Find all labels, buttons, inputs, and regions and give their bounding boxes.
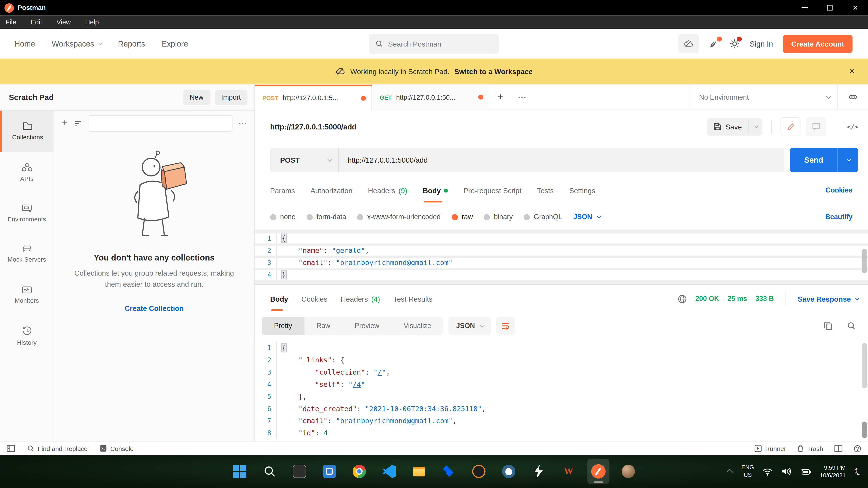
view-preview[interactable]: Preview bbox=[342, 317, 392, 334]
windows-app-icon[interactable] bbox=[323, 465, 336, 478]
language-indicator[interactable]: ENG US bbox=[741, 464, 754, 479]
postman-taskbar-icon[interactable] bbox=[587, 459, 610, 484]
wifi-icon[interactable] bbox=[762, 467, 773, 476]
cookies-link[interactable]: Cookies bbox=[826, 186, 852, 194]
tab-authorization[interactable]: Authorization bbox=[310, 186, 352, 195]
chrome-icon[interactable] bbox=[352, 465, 366, 478]
edit-documentation-button[interactable] bbox=[780, 117, 800, 136]
menu-edit[interactable]: Edit bbox=[31, 18, 42, 26]
tab-body[interactable]: Body bbox=[423, 186, 448, 195]
send-options-button[interactable] bbox=[837, 148, 858, 172]
beautify-link[interactable]: Beautify bbox=[825, 213, 852, 221]
tray-expand-icon[interactable] bbox=[727, 469, 733, 475]
sidebar-item-monitors[interactable]: Monitors bbox=[0, 274, 54, 315]
code-line[interactable]: 4} bbox=[255, 270, 868, 280]
tab-headers[interactable]: Headers(9) bbox=[368, 186, 407, 195]
tab-pre-request-script[interactable]: Pre-request Script bbox=[463, 186, 522, 195]
dark-orange-ring-app-icon[interactable] bbox=[472, 465, 486, 478]
collection-filter-input[interactable] bbox=[89, 115, 232, 131]
tab-test-results[interactable]: Test Results bbox=[393, 295, 432, 303]
view-visualize[interactable]: Visualize bbox=[392, 317, 443, 334]
lightning-app-icon[interactable] bbox=[532, 465, 545, 478]
create-collection-link[interactable]: Create Collection bbox=[125, 304, 184, 313]
file-explorer-icon[interactable] bbox=[412, 465, 426, 478]
menu-help[interactable]: Help bbox=[85, 18, 99, 26]
url-input[interactable]: http://127.0.0.1:5000/add bbox=[339, 148, 784, 172]
mode-raw[interactable]: raw bbox=[452, 213, 473, 221]
mode-graphql[interactable]: GraphQL bbox=[524, 213, 562, 221]
console-button[interactable]: Console bbox=[100, 445, 133, 452]
import-button[interactable]: Import bbox=[215, 90, 248, 105]
new-tab-button[interactable]: + bbox=[489, 85, 512, 110]
view-raw[interactable]: Raw bbox=[304, 317, 342, 334]
code-line[interactable]: 3 "collection": "/", bbox=[255, 366, 868, 379]
maximize-button[interactable] bbox=[817, 0, 843, 15]
mode-binary[interactable]: binary bbox=[484, 213, 513, 221]
minimize-button[interactable] bbox=[792, 0, 817, 15]
scrollbar-thumb[interactable] bbox=[862, 343, 867, 388]
search-response-icon[interactable] bbox=[847, 321, 856, 330]
terminal-app-icon[interactable] bbox=[293, 465, 306, 478]
save-button[interactable]: Save bbox=[707, 118, 763, 135]
save-options-button[interactable] bbox=[748, 121, 762, 133]
new-button[interactable]: New bbox=[183, 90, 210, 105]
request-body-editor[interactable]: 1{2 "name": "gerald",3 "email": "brainbo… bbox=[255, 230, 868, 285]
search-input[interactable] bbox=[388, 39, 482, 48]
code-line[interactable]: 7 "email": "brainboyrichmond@gmail.com", bbox=[255, 415, 868, 427]
menu-view[interactable]: View bbox=[57, 18, 71, 26]
find-and-replace-button[interactable]: Find and Replace bbox=[27, 445, 88, 452]
sidebar-item-history[interactable]: History bbox=[0, 315, 54, 356]
settings-button[interactable] bbox=[730, 39, 740, 48]
global-search[interactable] bbox=[369, 34, 499, 54]
sidebar-item-environments[interactable]: Environments bbox=[0, 193, 54, 233]
save-response-button[interactable]: Save Response bbox=[798, 295, 858, 303]
tab-response-headers[interactable]: Headers(4) bbox=[341, 295, 380, 303]
mode-none[interactable]: none bbox=[270, 213, 296, 221]
sidebar-item-mock-servers[interactable]: Mock Servers bbox=[0, 233, 54, 274]
postgresql-icon[interactable] bbox=[502, 465, 515, 478]
clock[interactable]: 9:59 PM 10/6/2021 bbox=[820, 464, 846, 479]
response-language-select[interactable]: JSON bbox=[448, 317, 491, 334]
scrollbar-thumb-secondary[interactable] bbox=[862, 422, 867, 438]
scrollbar-thumb[interactable] bbox=[862, 249, 867, 273]
help-icon[interactable] bbox=[854, 445, 861, 452]
more-options-icon[interactable]: ••• bbox=[239, 121, 248, 126]
code-line[interactable]: 4 "self": "/4" bbox=[255, 379, 868, 391]
code-line[interactable]: 2 "_links": { bbox=[255, 354, 868, 366]
battery-charging-icon[interactable] bbox=[800, 467, 811, 476]
code-line[interactable]: 8 "id": 4 bbox=[255, 427, 868, 440]
tab-response-cookies[interactable]: Cookies bbox=[301, 295, 327, 303]
method-select[interactable]: POST bbox=[270, 148, 339, 172]
code-line[interactable]: 1{ bbox=[255, 342, 868, 354]
notifications-button[interactable] bbox=[709, 38, 720, 49]
copy-icon[interactable] bbox=[824, 321, 833, 330]
vscode-icon[interactable] bbox=[382, 465, 396, 478]
nav-workspaces[interactable]: Workspaces bbox=[52, 39, 101, 48]
switch-workspace-link[interactable]: Switch to a Workspace bbox=[454, 67, 532, 76]
menu-file[interactable]: File bbox=[5, 18, 16, 26]
comments-button[interactable] bbox=[806, 117, 826, 136]
sort-icon[interactable] bbox=[74, 121, 82, 127]
nav-reports[interactable]: Reports bbox=[118, 39, 145, 48]
volume-icon[interactable] bbox=[781, 467, 792, 476]
tab-options-button[interactable]: ••• bbox=[512, 85, 534, 110]
close-button[interactable]: × bbox=[842, 0, 868, 15]
sidebar-toggle-icon[interactable] bbox=[6, 445, 15, 452]
two-pane-layout-icon[interactable] bbox=[834, 445, 843, 452]
view-pretty[interactable]: Pretty bbox=[262, 317, 304, 334]
nav-explore[interactable]: Explore bbox=[162, 39, 188, 48]
runner-button[interactable]: Runner bbox=[755, 445, 786, 452]
tab-params[interactable]: Params bbox=[270, 186, 295, 195]
mode-urlencoded[interactable]: x-www-form-urlencoded bbox=[357, 213, 440, 221]
code-line[interactable]: 5 }, bbox=[255, 391, 868, 403]
body-language-select[interactable]: JSON bbox=[573, 213, 600, 221]
wrap-text-button[interactable] bbox=[496, 317, 515, 334]
globe-icon[interactable] bbox=[678, 294, 687, 304]
tab-tests[interactable]: Tests bbox=[537, 186, 554, 195]
tab-post-request[interactable]: POST http://127.0.0.1:5... bbox=[255, 85, 372, 110]
code-line[interactable]: 2 "name": "gerald", bbox=[255, 246, 868, 256]
offline-status-button[interactable] bbox=[678, 34, 700, 53]
code-snippet-button[interactable]: </> bbox=[847, 123, 858, 130]
sidebar-item-collections[interactable]: Collections bbox=[0, 111, 54, 152]
response-body-editor[interactable]: 1{2 "_links": {3 "collection": "/",4 "se… bbox=[255, 339, 868, 442]
